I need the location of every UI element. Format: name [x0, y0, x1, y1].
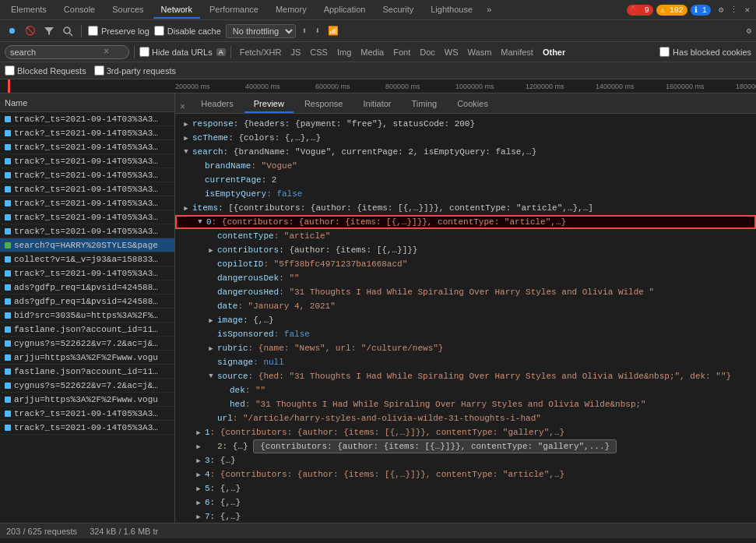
tab-console[interactable]: Console [56, 2, 103, 19]
network-row[interactable]: track?_ts=2021-09-14T05%3A31%3 [0, 196, 174, 210]
json-line[interactable]: brandName: "Vogue" [175, 159, 756, 173]
close-icon[interactable]: ✕ [744, 5, 750, 15]
network-row[interactable]: track?_ts=2021-09-14T05%3A31%3 [0, 210, 174, 224]
tab-elements[interactable]: Elements [3, 2, 55, 19]
more-options-icon[interactable]: ⋮ [730, 5, 738, 15]
settings-icon[interactable]: ⚙ [719, 5, 724, 15]
preserve-log-checkbox[interactable]: Preserve log [88, 26, 149, 36]
json-line[interactable]: ▶contributors: {author: {items: [{,…}]}} [175, 243, 756, 257]
json-line[interactable]: url: "/article/harry-styles-and-olivia-w… [175, 411, 756, 425]
filter-wasm[interactable]: Wasm [464, 47, 496, 58]
expand-arrow[interactable]: ▶ [206, 245, 216, 255]
json-line[interactable]: ▶response: {headers: {payment: "free"}, … [175, 117, 756, 131]
more-tabs-button[interactable]: » [482, 2, 497, 18]
json-line[interactable]: ▼search: {brandName: "Vogue", currentPag… [175, 145, 756, 159]
filter-other[interactable]: Other [539, 47, 569, 58]
expand-arrow[interactable]: ▶ [194, 442, 203, 451]
json-line[interactable]: contentType: "article" [175, 229, 756, 243]
collapse-arrow[interactable]: ▼ [206, 372, 216, 381]
network-row[interactable]: cygnus?s=522622&v=7.2&ac=j&sd [0, 379, 174, 393]
tab-cookies[interactable]: Cookies [448, 96, 498, 113]
tab-initiator[interactable]: Initiator [353, 96, 400, 113]
tab-memory[interactable]: Memory [268, 2, 315, 19]
expand-arrow[interactable]: ▶ [206, 316, 216, 325]
json-line[interactable]: hed: "31 Thoughts I Had While Spiraling … [175, 397, 756, 411]
tab-security[interactable]: Security [374, 2, 421, 19]
tab-sources[interactable]: Sources [104, 2, 151, 19]
expand-arrow[interactable]: ▶ [181, 203, 191, 213]
tab-network[interactable]: Network [153, 2, 200, 19]
network-row[interactable]: collect?v=1&_v=j93&a=158833284 [0, 252, 174, 266]
settings-button[interactable]: ⚙ [746, 26, 751, 36]
expand-arrow[interactable]: ▶ [194, 428, 203, 437]
json-line[interactable]: ▶4: {contributors: {author: {items: [{,…… [175, 467, 756, 481]
search-clear-icon[interactable]: × [104, 47, 109, 58]
network-row[interactable]: arjju=https%3A%2F%2Fwww.vogu [0, 351, 174, 365]
network-row[interactable]: track?_ts=2021-09-14T05%3A31%3 [0, 224, 174, 238]
expand-arrow[interactable]: ▶ [194, 498, 203, 507]
expand-arrow[interactable]: ▶ [181, 119, 191, 129]
expand-arrow[interactable]: ▶ [181, 133, 191, 143]
json-line[interactable]: ▶6: {,…} [175, 495, 756, 510]
json-line[interactable]: ▶5: {,…} [175, 481, 756, 495]
disable-cache-checkbox[interactable]: Disable cache [154, 26, 221, 36]
network-row[interactable]: fastlane.json?account_id=11850&si [0, 323, 174, 337]
record-button[interactable]: ⏺ [5, 24, 19, 38]
tab-lighthouse[interactable]: Lighthouse [423, 2, 480, 19]
panel-close-button[interactable]: × [180, 102, 185, 113]
hide-data-urls-checkbox[interactable]: Hide data URLs A [139, 47, 226, 57]
network-row[interactable]: track?_ts=2021-09-14T05%3A31%3 [0, 182, 174, 196]
network-row[interactable]: track?_ts=2021-09-14T05%3A31%3 [0, 421, 174, 435]
filter-font[interactable]: Font [389, 47, 414, 58]
tab-application[interactable]: Application [316, 2, 374, 19]
json-line[interactable]: ▶items: [{contributors: {author: {items:… [175, 201, 756, 215]
expand-arrow[interactable]: ▶ [194, 512, 203, 521]
json-line[interactable]: copilotID: "5ff38bfc4971237ba1668acd" [175, 257, 756, 271]
json-line[interactable]: ▼source: {hed: "31 Thoughts I Had While … [175, 369, 756, 383]
tab-response[interactable]: Response [295, 96, 353, 113]
json-line[interactable]: ▶scTheme: {colors: {,…},…} [175, 131, 756, 145]
json-line[interactable]: ▶3: {…} [175, 453, 756, 467]
upload-icon[interactable]: ⬆ [301, 24, 309, 37]
collapse-arrow[interactable]: ▼ [195, 217, 205, 227]
filter-fetch-xhr[interactable]: Fetch/XHR [236, 47, 286, 58]
search-input[interactable] [10, 48, 104, 57]
third-party-checkbox[interactable]: 3rd-party requests [94, 65, 176, 76]
filter-ws[interactable]: WS [441, 47, 462, 58]
filter-img[interactable]: Img [333, 47, 355, 58]
network-row[interactable]: arjju=https%3A%2F%2Fwww.vogu [0, 393, 174, 407]
filter-manifest[interactable]: Manifest [497, 47, 537, 58]
json-line[interactable]: ▶rubric: {name: "News", url: "/culture/n… [175, 341, 756, 355]
json-line[interactable]: date: "January 4, 2021" [175, 299, 756, 313]
network-row[interactable]: search?q=HARRY%20STYLES&page [0, 238, 174, 252]
json-line[interactable]: currentPage: 2 [175, 173, 756, 187]
filter-css[interactable]: CSS [306, 47, 332, 58]
network-row[interactable]: track?_ts=2021-09-14T03%3A31%3 [0, 112, 174, 126]
network-row[interactable]: track?_ts=2021-09-14T05%3A31%3 [0, 407, 174, 421]
network-row[interactable]: ads?gdfp_req=1&pvsid=42458819. [0, 280, 174, 294]
filter-doc[interactable]: Doc [416, 47, 439, 58]
blocked-cookies-checkbox[interactable] [659, 47, 670, 57]
tab-timing[interactable]: Timing [403, 96, 447, 113]
network-row[interactable]: fastlane.json?account_id=11850&si [0, 365, 174, 379]
filter-js[interactable]: JS [287, 47, 304, 58]
expand-arrow[interactable]: ▶ [194, 484, 203, 493]
json-line[interactable]: dangerousHed: "31 Thoughts I Had While S… [175, 285, 756, 299]
filter-icon[interactable] [42, 24, 56, 38]
clear-button[interactable]: 🚫 [23, 24, 37, 38]
network-row[interactable]: track?_ts=2021-09-14T05%3A31%3 [0, 154, 174, 168]
network-row[interactable]: track?_ts=2021-09-14T05%3A31%3 [0, 168, 174, 182]
tab-preview[interactable]: Preview [244, 96, 294, 113]
search-toggle[interactable] [61, 24, 75, 38]
expand-arrow[interactable]: ▶ [206, 344, 216, 353]
expand-arrow[interactable]: ▶ [194, 456, 203, 465]
network-row[interactable]: ads?gdfp_req=1&pvsid=42458819. [0, 294, 174, 309]
collapse-arrow[interactable]: ▼ [181, 147, 191, 157]
wifi-icon[interactable]: 📶 [326, 24, 340, 37]
network-row[interactable]: track?_ts=2021-09-14T05%3A31%3 [0, 126, 174, 140]
blocked-requests-checkbox[interactable]: Blocked Requests [5, 65, 86, 76]
json-line[interactable]: ▶2: {…} {contributors: {author: {items: … [175, 439, 756, 453]
network-row[interactable]: bid?src=3035&u=https%3A%2F%2F. [0, 309, 174, 323]
tab-headers[interactable]: Headers [192, 96, 243, 113]
json-line[interactable]: signage: null [175, 355, 756, 369]
